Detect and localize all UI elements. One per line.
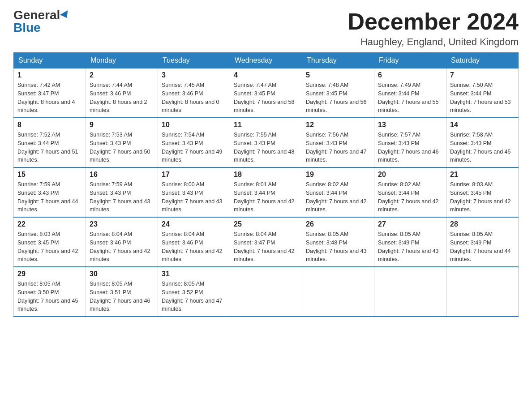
col-header-tuesday: Tuesday xyxy=(158,53,230,68)
day-number: 21 xyxy=(450,171,515,179)
day-number: 22 xyxy=(17,220,82,228)
day-info: Sunrise: 7:54 AMSunset: 3:43 PMDaylight:… xyxy=(162,131,226,164)
logo: General Blue xyxy=(13,9,70,34)
calendar-cell: 11Sunrise: 7:55 AMSunset: 3:43 PMDayligh… xyxy=(230,118,302,167)
week-row-2: 8Sunrise: 7:52 AMSunset: 3:44 PMDaylight… xyxy=(14,118,519,167)
day-number: 5 xyxy=(306,71,370,79)
day-number: 18 xyxy=(234,171,298,179)
calendar-cell: 10Sunrise: 7:54 AMSunset: 3:43 PMDayligh… xyxy=(158,118,230,167)
day-number: 16 xyxy=(90,171,154,179)
calendar-cell: 31Sunrise: 8:05 AMSunset: 3:52 PMDayligh… xyxy=(158,267,230,317)
calendar-cell: 1Sunrise: 7:42 AMSunset: 3:47 PMDaylight… xyxy=(14,68,86,118)
calendar-cell: 22Sunrise: 8:03 AMSunset: 3:45 PMDayligh… xyxy=(14,217,86,267)
day-info: Sunrise: 8:05 AMSunset: 3:50 PMDaylight:… xyxy=(17,280,82,313)
logo-arrow-icon xyxy=(60,10,71,20)
logo-general-text: General xyxy=(13,9,60,21)
day-number: 14 xyxy=(450,121,515,129)
calendar-cell: 18Sunrise: 8:01 AMSunset: 3:44 PMDayligh… xyxy=(230,167,302,217)
day-info: Sunrise: 7:58 AMSunset: 3:43 PMDaylight:… xyxy=(450,131,515,164)
calendar-cell: 12Sunrise: 7:56 AMSunset: 3:43 PMDayligh… xyxy=(302,118,374,167)
day-number: 23 xyxy=(90,220,154,228)
day-info: Sunrise: 8:04 AMSunset: 3:46 PMDaylight:… xyxy=(90,230,154,264)
day-info: Sunrise: 7:42 AMSunset: 3:47 PMDaylight:… xyxy=(17,81,82,115)
day-info: Sunrise: 7:49 AMSunset: 3:44 PMDaylight:… xyxy=(378,81,442,115)
logo-blue-text: Blue xyxy=(13,21,41,34)
day-number: 3 xyxy=(162,71,226,79)
calendar-cell: 6Sunrise: 7:49 AMSunset: 3:44 PMDaylight… xyxy=(374,68,446,118)
day-number: 27 xyxy=(378,220,442,228)
day-number: 26 xyxy=(306,220,370,228)
col-header-monday: Monday xyxy=(86,53,158,68)
week-row-5: 29Sunrise: 8:05 AMSunset: 3:50 PMDayligh… xyxy=(14,267,519,317)
calendar-cell: 17Sunrise: 8:00 AMSunset: 3:43 PMDayligh… xyxy=(158,167,230,217)
day-info: Sunrise: 8:05 AMSunset: 3:51 PMDaylight:… xyxy=(90,280,154,313)
calendar-cell: 27Sunrise: 8:05 AMSunset: 3:49 PMDayligh… xyxy=(374,217,446,267)
col-header-sunday: Sunday xyxy=(14,53,86,68)
day-info: Sunrise: 7:52 AMSunset: 3:44 PMDaylight:… xyxy=(17,131,82,164)
day-info: Sunrise: 7:44 AMSunset: 3:46 PMDaylight:… xyxy=(90,81,154,115)
calendar-cell: 28Sunrise: 8:05 AMSunset: 3:49 PMDayligh… xyxy=(446,217,519,267)
calendar-cell xyxy=(446,267,519,317)
day-info: Sunrise: 7:56 AMSunset: 3:43 PMDaylight:… xyxy=(306,131,370,164)
day-number: 28 xyxy=(450,220,515,228)
week-row-4: 22Sunrise: 8:03 AMSunset: 3:45 PMDayligh… xyxy=(14,217,519,267)
day-info: Sunrise: 7:57 AMSunset: 3:43 PMDaylight:… xyxy=(378,131,442,164)
day-info: Sunrise: 7:50 AMSunset: 3:44 PMDaylight:… xyxy=(450,81,515,115)
day-info: Sunrise: 7:59 AMSunset: 3:43 PMDaylight:… xyxy=(90,180,154,214)
calendar-cell: 24Sunrise: 8:04 AMSunset: 3:46 PMDayligh… xyxy=(158,217,230,267)
calendar-cell: 4Sunrise: 7:47 AMSunset: 3:45 PMDaylight… xyxy=(230,68,302,118)
week-row-3: 15Sunrise: 7:59 AMSunset: 3:43 PMDayligh… xyxy=(14,167,519,217)
day-number: 9 xyxy=(90,121,154,129)
day-number: 2 xyxy=(90,71,154,79)
calendar-cell: 19Sunrise: 8:02 AMSunset: 3:44 PMDayligh… xyxy=(302,167,374,217)
col-header-thursday: Thursday xyxy=(302,53,374,68)
calendar-cell: 20Sunrise: 8:02 AMSunset: 3:44 PMDayligh… xyxy=(374,167,446,217)
day-info: Sunrise: 8:05 AMSunset: 3:48 PMDaylight:… xyxy=(306,230,370,264)
col-header-friday: Friday xyxy=(374,53,446,68)
calendar-cell: 25Sunrise: 8:04 AMSunset: 3:47 PMDayligh… xyxy=(230,217,302,267)
day-number: 4 xyxy=(234,71,298,79)
calendar-cell: 21Sunrise: 8:03 AMSunset: 3:45 PMDayligh… xyxy=(446,167,519,217)
day-info: Sunrise: 8:00 AMSunset: 3:43 PMDaylight:… xyxy=(162,180,226,214)
day-info: Sunrise: 7:53 AMSunset: 3:43 PMDaylight:… xyxy=(90,131,154,164)
calendar-cell xyxy=(374,267,446,317)
day-info: Sunrise: 8:05 AMSunset: 3:52 PMDaylight:… xyxy=(162,280,226,313)
calendar-cell xyxy=(230,267,302,317)
calendar-cell: 16Sunrise: 7:59 AMSunset: 3:43 PMDayligh… xyxy=(86,167,158,217)
day-number: 20 xyxy=(378,171,442,179)
day-info: Sunrise: 7:59 AMSunset: 3:43 PMDaylight:… xyxy=(17,180,82,214)
col-header-wednesday: Wednesday xyxy=(230,53,302,68)
day-info: Sunrise: 8:03 AMSunset: 3:45 PMDaylight:… xyxy=(17,230,82,264)
page-header: General Blue December 2024 Haughley, Eng… xyxy=(13,9,519,48)
calendar-table: SundayMondayTuesdayWednesdayThursdayFrid… xyxy=(13,52,519,317)
day-info: Sunrise: 8:05 AMSunset: 3:49 PMDaylight:… xyxy=(450,230,515,264)
calendar-cell: 29Sunrise: 8:05 AMSunset: 3:50 PMDayligh… xyxy=(14,267,86,317)
day-info: Sunrise: 7:45 AMSunset: 3:46 PMDaylight:… xyxy=(162,81,226,115)
day-number: 11 xyxy=(234,121,298,129)
day-number: 6 xyxy=(378,71,442,79)
calendar-cell: 13Sunrise: 7:57 AMSunset: 3:43 PMDayligh… xyxy=(374,118,446,167)
day-info: Sunrise: 8:02 AMSunset: 3:44 PMDaylight:… xyxy=(306,180,370,214)
day-number: 13 xyxy=(378,121,442,129)
calendar-cell: 15Sunrise: 7:59 AMSunset: 3:43 PMDayligh… xyxy=(14,167,86,217)
calendar-cell xyxy=(302,267,374,317)
day-info: Sunrise: 8:01 AMSunset: 3:44 PMDaylight:… xyxy=(234,180,298,214)
calendar-cell: 7Sunrise: 7:50 AMSunset: 3:44 PMDaylight… xyxy=(446,68,519,118)
day-number: 7 xyxy=(450,71,515,79)
title-section: December 2024 Haughley, England, United … xyxy=(348,9,519,48)
calendar-cell: 14Sunrise: 7:58 AMSunset: 3:43 PMDayligh… xyxy=(446,118,519,167)
day-info: Sunrise: 8:04 AMSunset: 3:47 PMDaylight:… xyxy=(234,230,298,264)
calendar-cell: 3Sunrise: 7:45 AMSunset: 3:46 PMDaylight… xyxy=(158,68,230,118)
day-info: Sunrise: 7:47 AMSunset: 3:45 PMDaylight:… xyxy=(234,81,298,115)
day-info: Sunrise: 7:55 AMSunset: 3:43 PMDaylight:… xyxy=(234,131,298,164)
day-number: 30 xyxy=(90,270,154,278)
calendar-cell: 2Sunrise: 7:44 AMSunset: 3:46 PMDaylight… xyxy=(86,68,158,118)
day-info: Sunrise: 8:03 AMSunset: 3:45 PMDaylight:… xyxy=(450,180,515,214)
col-header-saturday: Saturday xyxy=(446,53,519,68)
day-number: 25 xyxy=(234,220,298,228)
calendar-cell: 26Sunrise: 8:05 AMSunset: 3:48 PMDayligh… xyxy=(302,217,374,267)
calendar-header-row: SundayMondayTuesdayWednesdayThursdayFrid… xyxy=(14,53,519,68)
day-number: 31 xyxy=(162,270,226,278)
day-number: 10 xyxy=(162,121,226,129)
day-info: Sunrise: 8:02 AMSunset: 3:44 PMDaylight:… xyxy=(378,180,442,214)
